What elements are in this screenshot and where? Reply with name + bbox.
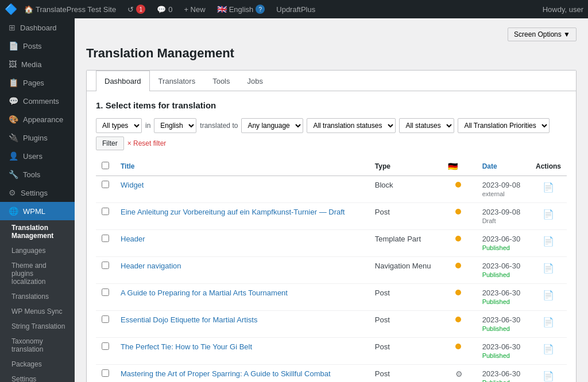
adminbar-new[interactable]: + New	[179, 0, 210, 18]
row-title-cell: The Perfect Tie: How to Tie Your Gi Belt	[115, 338, 369, 365]
pages-icon: 📋	[9, 78, 18, 87]
th-type: Type	[369, 157, 442, 176]
row-checkbox-cell	[96, 176, 115, 203]
de-flag-icon: 🇩🇪	[448, 162, 458, 171]
row-action-button[interactable]: 📄	[540, 181, 556, 194]
submenu-item-languages[interactable]: Languages	[0, 243, 75, 258]
select-all-checkbox[interactable]	[102, 162, 109, 169]
all-statuses-filter[interactable]: All statuses	[399, 118, 454, 133]
submenu-item-taxonomy-translation[interactable]: Taxonomy translation	[0, 334, 75, 357]
row-checkbox-cell	[96, 257, 115, 284]
row-title-cell: Mastering the Art of Proper Sparring: A …	[115, 365, 369, 383]
row-title[interactable]: Mastering the Art of Proper Sparring: A …	[121, 369, 331, 378]
row-type-cell: Post	[369, 365, 442, 383]
tab-dashboard[interactable]: Dashboard	[96, 71, 150, 91]
filter-button[interactable]: Filter	[96, 137, 124, 150]
row-title[interactable]: The Perfect Tie: How to Tie Your Gi Belt	[121, 342, 252, 351]
sidebar-label-appearance: Appearance	[23, 115, 63, 124]
sidebar-item-comments[interactable]: 💬 Comments	[0, 92, 75, 110]
row-title[interactable]: Eine Anleitung zur Vorbereitung auf ein …	[121, 208, 345, 216]
screen-options-button[interactable]: Screen Options ▼	[508, 28, 577, 41]
tab-jobs[interactable]: Jobs	[239, 71, 272, 91]
users-icon: 👤	[9, 151, 18, 161]
row-title[interactable]: Header	[121, 235, 145, 243]
row-checkbox[interactable]	[102, 289, 109, 296]
row-action-button[interactable]: 📄	[540, 262, 556, 275]
screen-options-bar: Screen Options ▼	[86, 28, 577, 41]
adminbar-site-name[interactable]: 🏠 TranslatePress Test Site	[20, 0, 121, 18]
row-title[interactable]: Essential Dojo Etiquette for Martial Art…	[121, 315, 257, 324]
adminbar-user[interactable]: Howdy, user	[543, 5, 583, 14]
submenu-item-wp-menus-sync[interactable]: WP Menus Sync	[0, 304, 75, 319]
row-flag-cell	[442, 311, 477, 338]
type-filter[interactable]: All types	[96, 118, 142, 133]
submenu-item-theme-plugins[interactable]: Theme and plugins localization	[0, 258, 75, 289]
submenu-item-translations[interactable]: Translations	[0, 289, 75, 304]
submenu-item-translation-management[interactable]: Translation Management	[0, 220, 75, 243]
row-flag-cell: ⚙	[442, 365, 477, 383]
tab-tools[interactable]: Tools	[204, 71, 238, 91]
row-action-button[interactable]: 📄	[540, 208, 556, 221]
sidebar-item-users[interactable]: 👤 Users	[0, 147, 75, 165]
row-title[interactable]: Widget	[121, 181, 144, 189]
row-action-button[interactable]: 📄	[540, 315, 556, 329]
sidebar-item-wpml[interactable]: 🌐 WPML	[0, 202, 75, 220]
date-sort-link[interactable]: Date	[482, 162, 497, 170]
row-checkbox[interactable]	[102, 369, 109, 377]
reset-filter-link[interactable]: × Reset filter	[127, 139, 167, 147]
row-date-status: Published	[482, 271, 510, 278]
sidebar-item-settings[interactable]: ⚙ Settings	[0, 184, 75, 202]
row-checkbox[interactable]	[102, 262, 109, 269]
sidebar-item-plugins[interactable]: 🔌 Plugins	[0, 128, 75, 147]
row-title[interactable]: Header navigation	[121, 262, 181, 270]
tab-translators[interactable]: Translators	[150, 71, 204, 91]
row-action-button[interactable]: 📄	[540, 235, 556, 248]
title-sort-link[interactable]: Title	[121, 162, 134, 170]
sidebar-item-posts[interactable]: 📄 Posts	[0, 37, 75, 55]
language-filter[interactable]: English	[154, 118, 196, 133]
adminbar-updraftplus[interactable]: UpdraftPlus	[272, 0, 320, 18]
row-checkbox[interactable]	[102, 208, 109, 215]
row-title[interactable]: A Guide to Preparing for a Martial Arts …	[121, 289, 288, 297]
submenu-item-packages[interactable]: Packages	[0, 357, 75, 372]
main-card: Dashboard Translators Tools Jobs 1. Sele…	[86, 70, 577, 382]
row-action-button[interactable]: 📄	[540, 369, 556, 382]
admin-menu: ⊞ Dashboard 📄 Posts 🖼 Media 📋 Pages 💬 Co…	[0, 18, 75, 382]
wp-logo-icon[interactable]: 🔷	[5, 3, 17, 15]
row-date: 2023-06-30	[482, 235, 521, 243]
submenu-item-string-translation[interactable]: String Translation	[0, 319, 75, 334]
row-checkbox[interactable]	[102, 235, 109, 242]
adminbar-comments[interactable]: 💬 0	[152, 0, 177, 18]
translation-statuses-filter[interactable]: All translation statuses	[307, 118, 396, 133]
translated-to-label: translated to	[200, 122, 238, 130]
row-action-button[interactable]: 📄	[540, 289, 556, 302]
th-actions: Actions	[530, 157, 567, 176]
adminbar-language[interactable]: 🇬🇧 English ?	[212, 0, 270, 18]
row-checkbox[interactable]	[102, 342, 109, 350]
tools-icon: 🔧	[9, 170, 18, 179]
priorities-filter[interactable]: All Translation Priorities	[458, 118, 550, 133]
row-flag-cell	[442, 176, 477, 203]
row-checkbox-cell	[96, 230, 115, 257]
row-checkbox-cell	[96, 338, 115, 365]
row-flag-cell	[442, 257, 477, 284]
updates-icon: ↺	[127, 5, 134, 14]
sidebar-label-comments: Comments	[23, 97, 59, 106]
adminbar-updates[interactable]: ↺ 1	[123, 0, 150, 18]
comments-count: 0	[168, 5, 172, 14]
sidebar-item-appearance[interactable]: 🎨 Appearance	[0, 110, 75, 128]
sidebar-item-dashboard[interactable]: ⊞ Dashboard	[0, 18, 75, 37]
row-actions-cell: 📄	[530, 176, 567, 203]
row-checkbox[interactable]	[102, 181, 109, 188]
row-checkbox[interactable]	[102, 315, 109, 323]
sidebar-item-tools[interactable]: 🔧 Tools	[0, 165, 75, 184]
sidebar-item-media[interactable]: 🖼 Media	[0, 55, 75, 73]
row-actions-cell: 📄	[530, 257, 567, 284]
submenu-item-settings[interactable]: Settings	[0, 372, 75, 382]
any-language-filter[interactable]: Any language	[241, 118, 303, 133]
posts-icon: 📄	[9, 41, 18, 50]
sidebar-item-pages[interactable]: 📋 Pages	[0, 73, 75, 92]
row-action-button[interactable]: 📄	[540, 342, 556, 356]
row-date: 2023-06-30	[482, 369, 521, 378]
appearance-icon: 🎨	[9, 115, 18, 124]
